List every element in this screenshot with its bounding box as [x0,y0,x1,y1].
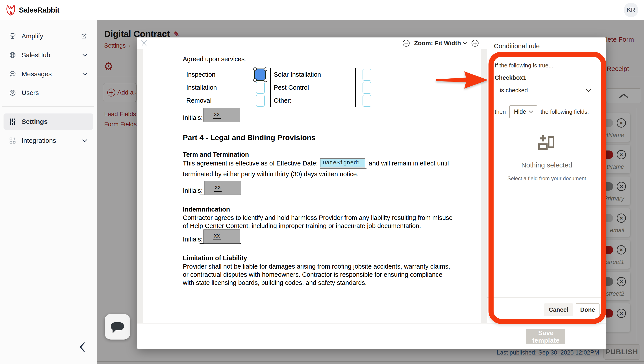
service-cell: Solar Installation [270,68,356,81]
external-link-icon [80,33,87,40]
sidebar-item-amplify[interactable]: Amplify [0,30,97,43]
close-button[interactable] [140,40,148,47]
sidebar-item-settings[interactable]: Settings [0,115,97,128]
chevron-left-icon [79,342,85,352]
then-suffix: the following fields: [540,108,589,115]
chevron-down-icon [82,139,87,142]
content-area: Digital Contract ✎ Settings › ⚙ Add a Se… [97,20,644,364]
cancel-button[interactable]: Cancel [544,303,573,316]
globe-icon [9,51,16,59]
chevron-down-icon [82,54,87,57]
sidebar-item-label: Integrations [22,137,56,144]
zoom-in-button[interactable] [471,39,479,47]
action-select[interactable]: Hide [510,105,537,118]
checkbox-cell[interactable] [356,68,378,81]
initials-value: xx [214,184,222,192]
modal-header: Zoom: Fit Width [137,38,487,49]
operator-value: is checked [500,87,586,94]
checkbox-selected[interactable] [254,69,266,81]
date-field-wrap: DateSigned1 [320,158,366,169]
liability-line2: or contractual disputes with homeowners.… [183,271,442,278]
sidebar-item-users[interactable]: Users [0,86,97,99]
grid-plus-icon [9,137,16,144]
sidebar-item-label: Messages [22,70,52,78]
initials-value: xx [213,111,221,119]
document-preview-modal: Zoom: Fit Width Agreed upon services: In… [137,38,606,348]
checkbox-field[interactable] [256,95,265,107]
resize-handle[interactable] [264,79,268,82]
table-row: Installation Pest Control [183,81,378,94]
sidebar-item-label: Amplify [22,32,43,40]
brand-name: SalesRabbit [19,6,59,14]
date-signed-field[interactable]: DateSigned1 [320,158,365,167]
chevron-down-icon [82,73,87,76]
term-line2: terminated by either party within thirty… [183,171,358,178]
zoom-level-label: Zoom: Fit Width [414,40,461,47]
avatar[interactable]: KR [624,3,638,17]
sidebar-item-messages[interactable]: Messages [0,68,97,81]
sidebar-item-saleshub[interactable]: SalesHub [0,49,97,62]
checkbox-cell[interactable] [250,81,270,94]
checkbox-cell[interactable] [356,81,378,94]
checkbox-cell[interactable] [250,68,270,81]
empty-state-title: Nothing selected [487,161,606,169]
minus-circle-icon [402,39,410,47]
checkbox-field[interactable] [362,82,371,94]
empty-state-subtitle: Select a field from your document [487,175,606,182]
chevron-down-icon [529,110,533,113]
checkbox-field[interactable] [362,95,371,107]
zoom-level-dropdown[interactable]: Zoom: Fit Width [414,40,467,47]
close-icon [140,40,148,47]
operator-select[interactable]: is checked [494,84,596,97]
table-row: Inspection Solar Installation [183,68,378,81]
condition-field-name: Checkbox1 [495,75,526,81]
sidebar-divider [2,106,94,107]
initials-field[interactable]: xx [203,108,240,122]
checkbox-field[interactable] [256,82,265,94]
services-title: Agreed upon services: [183,56,246,63]
resize-handle[interactable] [264,68,268,71]
checkbox-cell[interactable] [356,94,378,107]
salesrabbit-logo-icon [6,5,16,16]
indemnification-line2: of Help Center Content, including improp… [183,222,421,230]
then-row: then Hide the following fields: [495,105,589,118]
done-button[interactable]: Done [576,303,600,316]
checkbox-cell[interactable] [250,94,270,107]
resize-handle[interactable] [253,68,257,71]
liability-heading: Limitation of Liability [183,254,247,262]
brand: SalesRabbit [6,5,59,16]
panel-title: Conditional rule [494,42,540,50]
service-cell: Pest Control [270,81,356,94]
service-cell: Other: [270,94,356,107]
trophy-icon [9,32,16,40]
initials-field[interactable]: xx [204,181,241,195]
service-cell: Inspection [183,68,250,81]
resize-handle[interactable] [253,79,257,82]
user-circle-icon [9,89,16,97]
chat-launcher-button[interactable] [104,314,130,339]
topbar: SalesRabbit KR [0,0,644,20]
condition-intro: If the following is true... [495,62,553,69]
initials-label: Initials: [183,187,203,194]
panel-divider [487,53,606,53]
sliders-icon [9,118,16,125]
sidebar: Amplify SalesHub [0,20,97,364]
sidebar-collapse-button[interactable] [79,342,85,352]
indemnification-heading: Indemnification [183,206,230,213]
checkbox-field[interactable] [362,69,371,81]
initials-field[interactable]: xx [203,229,240,243]
service-cell: Removal [183,94,250,107]
zoom-out-button[interactable] [402,39,410,47]
document-page: Agreed upon services: Inspection [144,49,481,323]
empty-state: Nothing selected Select a field from you… [487,134,606,182]
avatar-initials: KR [627,7,636,14]
plus-circle-icon [471,39,479,47]
table-row: Removal Other: [183,94,378,107]
service-cell: Installation [183,81,250,94]
then-label: then [495,108,506,115]
action-value: Hide [514,108,526,115]
sidebar-item-integrations[interactable]: Integrations [0,134,97,147]
save-template-button[interactable]: Save template [526,329,565,344]
chat-bubble-tail [112,330,116,333]
liability-line3: with state licensing boards, building co… [183,279,367,286]
